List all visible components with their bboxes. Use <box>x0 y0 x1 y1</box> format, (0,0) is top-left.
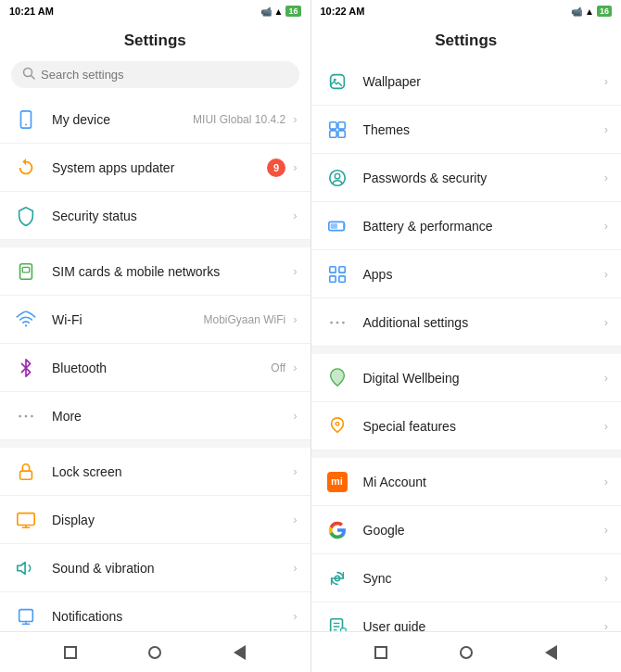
settings-item-security[interactable]: Security status › <box>0 192 310 240</box>
chevron-icon: › <box>293 160 297 174</box>
additional-label: Additional settings <box>363 315 601 330</box>
chevron-icon: › <box>604 219 608 233</box>
mi-label: Mi Account <box>363 475 601 489</box>
lock-icon <box>13 459 39 485</box>
notifications-content: Notifications › <box>52 609 298 624</box>
svg-point-33 <box>336 422 339 425</box>
settings-item-passwords[interactable]: Passwords & security › <box>311 154 622 202</box>
right-settings-list: Wallpaper › Themes › <box>311 57 622 631</box>
sync-label: Sync <box>363 571 601 586</box>
settings-item-google[interactable]: Google › <box>311 506 622 554</box>
recent-apps-button[interactable] <box>61 643 80 662</box>
display-icon <box>13 507 39 533</box>
settings-item-my-device[interactable]: My device MIUI Global 10.4.2 › <box>0 95 310 144</box>
settings-item-lock-screen[interactable]: Lock screen › <box>0 448 310 496</box>
section-divider-r2 <box>311 450 622 458</box>
back-button-r[interactable] <box>541 643 560 662</box>
svg-point-31 <box>336 321 338 323</box>
wellbeing-icon <box>324 365 350 391</box>
more-content: More › <box>52 409 298 424</box>
sim-icon <box>13 259 39 285</box>
svg-point-6 <box>25 324 27 326</box>
my-device-label: My device <box>52 112 193 127</box>
apps-icon <box>324 261 350 287</box>
settings-item-more[interactable]: More › <box>0 392 310 440</box>
right-bottom-nav <box>311 632 622 672</box>
svg-point-23 <box>335 173 340 179</box>
settings-item-special[interactable]: Special features › <box>311 402 622 450</box>
left-panel: Settings My <box>0 22 311 631</box>
settings-item-sim[interactable]: SIM cards & mobile networks › <box>0 247 310 296</box>
google-label: Google <box>363 523 601 538</box>
settings-item-display[interactable]: Display › <box>0 496 310 544</box>
settings-item-sync[interactable]: Sync › <box>311 554 622 602</box>
shield-icon <box>13 203 39 229</box>
left-settings-list: My device MIUI Global 10.4.2 › System ap… <box>0 95 310 631</box>
google-icon <box>324 517 350 543</box>
home-nav-icon <box>148 646 161 659</box>
svg-rect-26 <box>329 266 335 272</box>
chevron-icon: › <box>293 609 297 623</box>
svg-point-8 <box>25 414 28 417</box>
search-input[interactable] <box>41 68 288 82</box>
chevron-icon: › <box>604 571 608 585</box>
bluetooth-sublabel: Off <box>271 361 285 374</box>
svg-point-3 <box>25 123 27 125</box>
svg-point-30 <box>330 321 333 323</box>
display-label: Display <box>52 513 289 527</box>
settings-item-additional[interactable]: Additional settings › <box>311 298 622 347</box>
special-content: Special features › <box>363 419 609 434</box>
settings-item-wifi[interactable]: Wi-Fi MobiGyaan WiFi › <box>0 296 310 344</box>
apps-content: Apps › <box>363 267 609 282</box>
recent-apps-button-r[interactable] <box>372 643 390 662</box>
chevron-icon: › <box>604 122 608 136</box>
left-title: Settings <box>124 32 186 49</box>
notifications-label: Notifications <box>52 609 289 624</box>
status-bars: 10:21 AM 📹 ▲ 16 10:22 AM 📹 ▲ 16 <box>0 0 621 22</box>
recent-icon-r <box>374 646 387 659</box>
settings-item-system-apps[interactable]: System apps updater 9 › <box>0 144 310 192</box>
home-button-r[interactable] <box>457 643 475 662</box>
settings-item-user-guide[interactable]: User guide › <box>311 602 622 631</box>
guide-label: User guide <box>363 619 601 632</box>
settings-item-apps[interactable]: Apps › <box>311 250 622 298</box>
back-button[interactable] <box>231 643 249 662</box>
chevron-icon: › <box>604 315 608 329</box>
chevron-icon: › <box>293 312 297 326</box>
settings-item-wellbeing[interactable]: Digital Wellbeing › <box>311 354 622 402</box>
section-divider <box>0 240 310 247</box>
left-header: Settings <box>0 22 310 57</box>
settings-item-themes[interactable]: Themes › <box>311 106 622 154</box>
home-nav-icon-r <box>460 646 473 659</box>
lock-label: Lock screen <box>52 464 289 479</box>
right-header: Settings <box>311 22 622 57</box>
display-content: Display › <box>52 513 298 527</box>
settings-item-mi-account[interactable]: mi Mi Account › <box>311 458 622 506</box>
settings-item-battery[interactable]: Battery & performance › <box>311 202 622 250</box>
settings-item-bluetooth[interactable]: Bluetooth Off › <box>0 344 310 392</box>
home-button[interactable] <box>146 643 164 662</box>
settings-item-wallpaper[interactable]: Wallpaper › <box>311 57 622 106</box>
battery-icon <box>324 213 350 239</box>
sound-content: Sound & vibration › <box>52 561 298 576</box>
chevron-icon: › <box>604 171 608 184</box>
svg-rect-29 <box>338 275 344 281</box>
svg-rect-14 <box>19 609 33 621</box>
battery-status-r: 16 <box>597 6 612 17</box>
right-title: Settings <box>435 32 497 49</box>
sim-label: SIM cards & mobile networks <box>52 264 289 279</box>
video-icon: 📹 <box>260 6 272 17</box>
chevron-icon: › <box>604 371 608 385</box>
wifi-icon <box>13 307 39 333</box>
chevron-icon: › <box>293 264 297 278</box>
video-icon-r: 📹 <box>571 6 582 17</box>
settings-item-sound[interactable]: Sound & vibration › <box>0 544 310 592</box>
search-bar[interactable] <box>11 61 299 88</box>
themes-icon <box>324 117 350 143</box>
svg-point-9 <box>31 414 33 417</box>
wallpaper-content: Wallpaper › <box>363 74 609 89</box>
google-content: Google › <box>363 523 609 538</box>
settings-item-notifications[interactable]: Notifications › <box>0 592 310 631</box>
sound-icon <box>13 555 39 581</box>
system-apps-label: System apps updater <box>52 160 267 175</box>
